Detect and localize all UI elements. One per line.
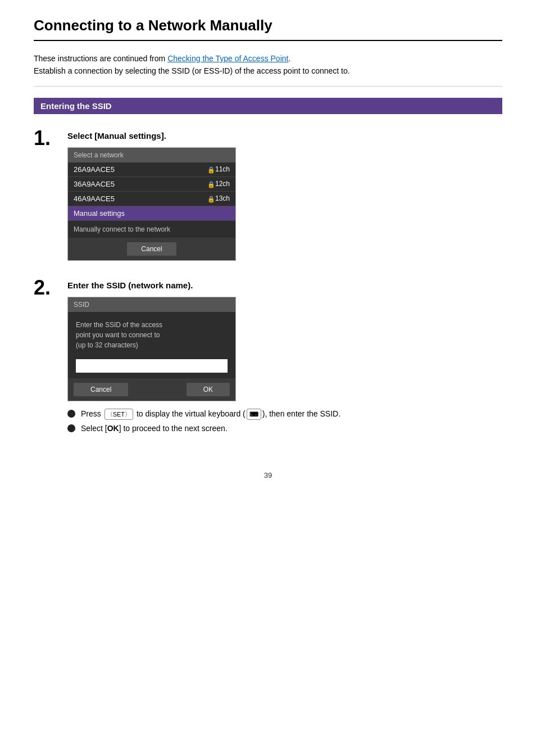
step-2-number: 2. bbox=[34, 278, 62, 298]
lock-icon-3 bbox=[207, 195, 213, 202]
network-item-2[interactable]: 36A9AACE5 12ch bbox=[68, 177, 235, 192]
bullet-1: Press 〈SET〉 to display the virtual keybo… bbox=[67, 408, 502, 420]
intro-before-link: These instructions are continued from bbox=[34, 54, 167, 63]
ssid-dialog: SSID Enter the SSID of the access point … bbox=[67, 297, 236, 401]
intro-section: These instructions are continued from Ch… bbox=[34, 52, 502, 87]
network-item-1[interactable]: 26A9AACE5 11ch bbox=[68, 162, 235, 177]
step-1-content: Select [Manual settings]. Select a netwo… bbox=[67, 128, 502, 261]
lock-icon-2 bbox=[207, 180, 213, 187]
keyboard-icon: ⌨ bbox=[247, 409, 261, 420]
ssid-cancel-button[interactable]: Cancel bbox=[74, 383, 128, 396]
lock-icon-1 bbox=[207, 166, 213, 173]
ssid-input-field[interactable] bbox=[76, 359, 228, 373]
page-number: 39 bbox=[34, 471, 502, 479]
ssid-dialog-buttons: Cancel OK bbox=[68, 378, 235, 401]
step-1-number: 1. bbox=[34, 128, 62, 148]
bullet-dot-2 bbox=[67, 424, 75, 432]
network-item-3[interactable]: 46A9AACE5 13ch bbox=[68, 192, 235, 206]
ssid-ok-button[interactable]: OK bbox=[187, 383, 230, 396]
network-select-dialog: Select a network 26A9AACE5 11ch 36A9AACE… bbox=[67, 147, 236, 261]
intro-line2: Establish a connection by selecting the … bbox=[34, 66, 350, 75]
step-2-bullets: Press 〈SET〉 to display the virtual keybo… bbox=[67, 408, 502, 435]
set-button-icon: 〈SET〉 bbox=[105, 409, 133, 420]
intro-period: . bbox=[288, 54, 290, 63]
ssid-dialog-header: SSID bbox=[68, 297, 235, 312]
bullet-2: Select [OK] to proceed to the next scree… bbox=[67, 423, 502, 434]
intro-link[interactable]: Checking the Type of Access Point bbox=[167, 54, 288, 63]
manual-settings-description: Manually connect to the network bbox=[68, 221, 235, 238]
step-2-content: Enter the SSID (network name). SSID Ente… bbox=[67, 278, 502, 438]
cancel-button-step1[interactable]: Cancel bbox=[127, 242, 176, 256]
manual-settings-item[interactable]: Manual settings bbox=[68, 206, 235, 221]
section-header: Entering the SSID bbox=[34, 98, 502, 114]
bullet-dot-1 bbox=[67, 410, 75, 418]
step-2: 2. Enter the SSID (network name). SSID E… bbox=[34, 278, 502, 438]
page-title: Connecting to a Network Manually bbox=[34, 17, 502, 41]
ssid-description: Enter the SSID of the access point you w… bbox=[68, 312, 235, 354]
step-1: 1. Select [Manual settings]. Select a ne… bbox=[34, 128, 502, 261]
cancel-row-step1: Cancel bbox=[68, 238, 235, 260]
step-2-label: Enter the SSID (network name). bbox=[67, 280, 502, 290]
network-select-header: Select a network bbox=[68, 148, 235, 162]
step-1-label: Select [Manual settings]. bbox=[67, 131, 502, 141]
